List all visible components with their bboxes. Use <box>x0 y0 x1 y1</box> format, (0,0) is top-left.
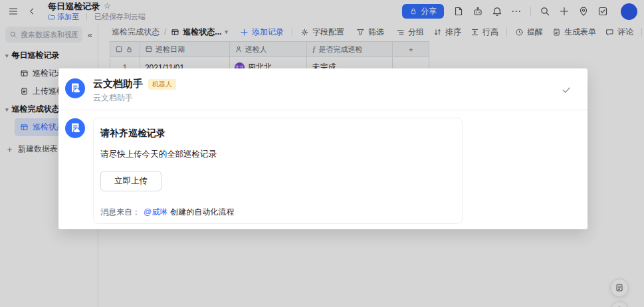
assistant-avatar <box>65 118 85 138</box>
footer-prefix: 消息来自： <box>100 207 140 218</box>
mark-read-check-icon[interactable] <box>561 84 572 95</box>
divider <box>58 110 588 110</box>
message-footer: 消息来自： @威琳 创建的自动化流程 <box>100 207 234 218</box>
footer-suffix: 创建的自动化流程 <box>170 207 234 218</box>
mention-link[interactable]: @威琳 <box>144 207 167 218</box>
message-body: 请尽快上传今天的全部巡检记录 <box>100 149 453 160</box>
sender-name: 云文档助手 <box>93 78 143 90</box>
assistant-notification-modal: 云文档助手 机器人 云文档助手 请补齐巡检记录 请尽快上传今天的全部巡检记录 立… <box>58 68 588 229</box>
upload-now-button[interactable]: 立即上传 <box>100 171 161 191</box>
sender-subtitle: 云文档助手 <box>93 92 133 104</box>
assistant-avatar <box>65 78 85 98</box>
message-card: 请补齐巡检记录 请尽快上传今天的全部巡检记录 立即上传 消息来自： @威琳 创建… <box>93 118 463 224</box>
app-window: 每日巡检记录 ☆ 添加至 已经保存到云端 分享 ⋯ <box>0 0 644 307</box>
message-title: 请补齐巡检记录 <box>100 128 453 140</box>
bot-badge: 机器人 <box>148 79 176 90</box>
